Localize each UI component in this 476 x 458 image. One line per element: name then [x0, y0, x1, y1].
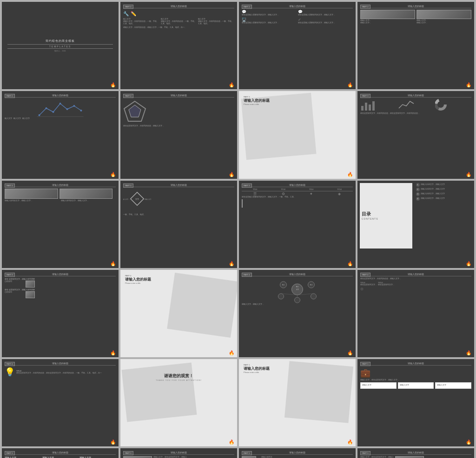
- svg-point-5: [73, 105, 75, 107]
- deco-shape-14: [167, 273, 237, 338]
- micro-13a: 已经填写: [5, 281, 25, 283]
- slide22-title: 请输入您的标题: [123, 451, 234, 455]
- box-20b: 请输入文字: [398, 382, 434, 388]
- slide-22: PART 1 请输入您的标题 请输入文字，请在这里填写文字，请输入文字，一般、手…: [120, 448, 237, 458]
- icon-text-23a: 请输入填写文字，请输入文字，: [261, 456, 274, 458]
- part1-content-19: PART 1 请输入您的标题 Please enter a title: [242, 362, 271, 375]
- col-text-2a: 请输入文字，向填写的信息，一般、手机、工具、电话。: [123, 20, 159, 26]
- part-badge-23: PART 1: [242, 451, 252, 455]
- svg-point-29: [295, 297, 300, 303]
- col-21c: 请输入文字 请输入文字，请在这里填写: [79, 456, 116, 458]
- photo-13a: [26, 281, 35, 288]
- slides-grid: 简约暗色的商业模板 TEMPLATES 制作人：XXX 🔥 PART 2 请输入…: [0, 0, 476, 458]
- fire-icon-20: 🔥: [466, 439, 471, 445]
- part-badge-21: PART 1: [5, 451, 15, 455]
- box-20c: 请输入文字: [435, 382, 471, 388]
- box-text-20a: 请输入文字: [362, 384, 395, 386]
- contents-text-3: 清输入目录文字，清输入文字: [421, 193, 445, 195]
- part3-content: PART 3 请输入您的标题 Please enter a title: [242, 94, 271, 107]
- part-badge-13: PART 3: [5, 273, 15, 277]
- slide2-title: 请输入您的标题: [123, 5, 234, 8]
- two-col-4: 请输入文字，请输入文字， 请输入文字，请输入文字，: [360, 10, 471, 25]
- content-23: 📁 请输入填写文字，请输入文字， 📁 请输入填写文字，请输入文字， 📁 请输入填…: [242, 456, 274, 458]
- text-9b: 请输入填写的文字，请输入文字，: [61, 200, 116, 202]
- svg-text:请输入文字，: 请输入文字，: [123, 198, 130, 200]
- bulb-icon: 💡: [5, 367, 15, 377]
- desc-17: 请在这里填写文字，向填写的信息，请在这里填写文字，向填写的信息，一般、手机、工具…: [16, 372, 102, 374]
- text-group-13: 请在 这里填写文字，请输入填写需要 已经填写 请在 这里填写文字，请输入填写需要…: [5, 278, 35, 298]
- fire-icon-13: 🔥: [110, 350, 116, 355]
- photo-4b: [416, 10, 471, 19]
- line-chart-8: [398, 99, 434, 112]
- svg-point-30: [311, 294, 317, 299]
- part-badge-11: PART 3: [242, 183, 252, 188]
- slide24-title: 请输入您的标题: [360, 451, 471, 455]
- part4-title: 请输入您的标题: [125, 277, 151, 282]
- icon-11d: ◈: [326, 192, 353, 196]
- cell-text-16b: 请在这里填写文字，: [378, 284, 395, 286]
- svg-rect-12: [369, 105, 371, 111]
- icon-list-23: 📁 请输入填写文字，请输入文字， 📁 请输入填写文字，请输入文字， 📁 请输入填…: [258, 456, 274, 458]
- col-4a: 请输入文字，请输入文字，: [360, 10, 415, 25]
- two-col-3: 💬 请在这里输入需要填写的文字，请输入文字， 💬 请在这里输入需要填写的文字，请…: [242, 10, 353, 16]
- briefcase-icon: 💼: [360, 368, 370, 378]
- num-2: 2: [416, 188, 420, 191]
- icon-11c: ✦: [298, 192, 325, 196]
- slide20-title: 请输入您的标题: [360, 362, 471, 366]
- wrench-icon: 🔧: [123, 11, 129, 16]
- part1-subtitle-19: Please enter a title: [244, 371, 270, 373]
- fire-icon-19: 🔥: [347, 439, 353, 445]
- three-col-21: 请输入文字 请输入文字，请在这里填写 请输入文字 请输入文字，请在这里填写 请输…: [5, 456, 116, 458]
- col-title-21a: 请输入文字: [5, 456, 41, 458]
- headers-11: TITLE TITLE TITLE TITLE: [242, 189, 353, 191]
- content-17: 💡 TITLE 请在这里填写文字，向填写的信息，请在这里填写文字，向填写的信息，…: [5, 367, 102, 377]
- col-4b: 请输入文字，请输入文字，: [416, 10, 471, 25]
- part-badge-10: PART 3: [123, 183, 133, 188]
- num-3: 3: [416, 192, 420, 196]
- svg-point-1: [46, 107, 47, 109]
- col-3c: 🖥️ 请在这里输入需要填写的文字，请输入文字，: [242, 18, 297, 24]
- fire-icon-14: 🔥: [229, 350, 234, 355]
- slide3-title: 请输入您的标题: [242, 5, 353, 8]
- pentagon-container: [123, 100, 146, 124]
- fire-icon-15: 🔥: [347, 350, 353, 355]
- micro-13b: 已经填写: [5, 291, 25, 294]
- icon-row-2: 🔧 ✏️: [123, 11, 136, 16]
- slide6-title: 请输入您的标题: [123, 94, 234, 98]
- slide23-title: 请输入您的标题: [242, 451, 353, 455]
- slide11-title: 请输入您的标题: [242, 183, 353, 187]
- text-side-22: 请输入文字，请在这里填写文字，请输入文字，一般、手机、工具、电话， 请输入文字，…: [153, 456, 187, 458]
- svg-marker-9: [129, 105, 141, 117]
- col-text-2b: 请输入文字，向填写的信息，一般、手机、工具、电话。: [161, 20, 197, 26]
- deco-shape-19: [284, 361, 353, 423]
- slide-13: PART 3 请输入您的标题 请在 这里填写文字，请输入填写需要 已经填写 请在…: [2, 270, 119, 357]
- slide-17: PART 4 请输入您的标题 💡 TITLE 请在这里填写文字，向填写的信息，请…: [2, 359, 119, 446]
- svg-text:文字: 文字: [296, 288, 299, 290]
- heading-13b: 请在 这里填写文字，请输入填写需要: [5, 288, 35, 291]
- two-col-3b: 🖥️ 请在这里输入需要填写的文字，请输入文字， ✓ 请在这里输入需要填写的文字，…: [242, 18, 353, 24]
- part-badge-4: PART 2: [360, 5, 370, 9]
- contents-text-4: 清输入目录文字，清输入文字: [421, 197, 445, 200]
- slide-8: PART 3 请输入您的标题: [357, 91, 474, 178]
- svg-point-4: [66, 108, 68, 110]
- svg-point-3: [60, 103, 61, 105]
- fire-icon-2: 🔥: [229, 82, 234, 87]
- svg-rect-11: [365, 103, 367, 111]
- part-badge-3: PART 2: [242, 5, 252, 9]
- bottom-text-2: 请输入文字，向填写的信息，请输入文字，一般、手机、工具、电话、向一、: [123, 26, 186, 29]
- slide15-title: 请输入您的标题: [242, 273, 353, 276]
- text-side-24: 请输入文字，请在这里填写文字，请输入文字，一般、手机、工具、电话，: [360, 456, 394, 458]
- fire-icon-5: 🔥: [110, 172, 116, 177]
- line-chart: [5, 99, 116, 118]
- pie-chart-8: [435, 99, 471, 112]
- part3-subtitle: Please enter a title: [244, 103, 270, 105]
- box-text-20b: 请输入文字: [400, 384, 432, 386]
- text-16: 请在这里填写文字，向填写的信息，请输入文字，: [360, 278, 401, 280]
- bubble-diagram: 输入 文字 输入 输入: [242, 278, 353, 303]
- text-10: 一般、手机、工具、电话、: [123, 214, 145, 216]
- col-21a: 请输入文字 请输入文字，请在这里填写: [5, 456, 41, 458]
- col-title-21b: 请输入文字: [42, 456, 79, 458]
- boxes-20: 请输入文字 请输入文字 请输入文字: [360, 382, 471, 388]
- part-badge-5: PART 2: [5, 94, 15, 98]
- pentagon-chart: [123, 100, 146, 124]
